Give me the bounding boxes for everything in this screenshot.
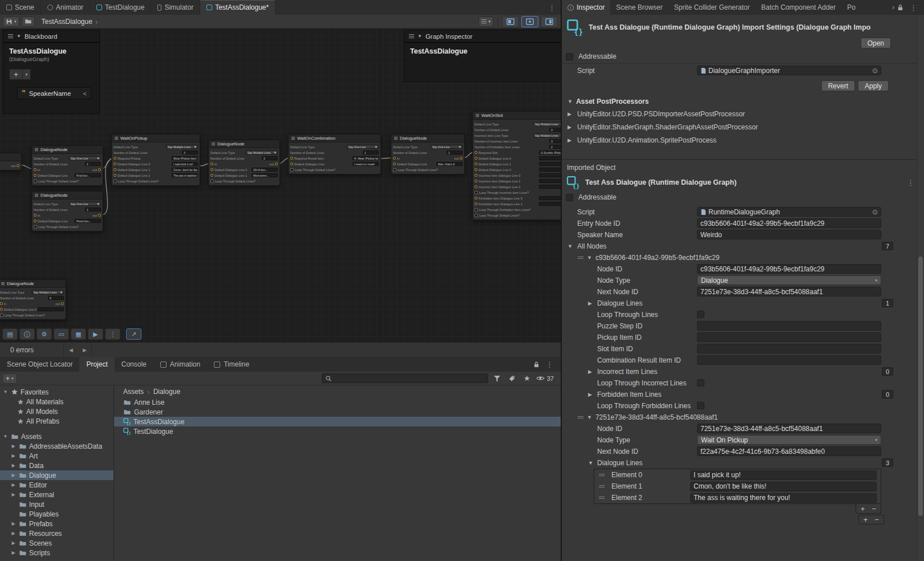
node-number-field[interactable]: 3: [549, 128, 561, 132]
folder-foldout-icon[interactable]: ▶: [10, 453, 17, 458]
folder-foldout-icon[interactable]: ▶: [10, 444, 17, 449]
tree-folder-item[interactable]: ▶ AddressableAssetsData: [0, 441, 114, 451]
play-preview-button[interactable]: ▶: [88, 328, 103, 340]
graph-node-title[interactable]: DialogueNode: [391, 135, 464, 143]
graph-node-row[interactable]: Loop Through Default Lines?: [34, 178, 101, 184]
graph-node-row[interactable]: Number of Incorrect Item Lines 3: [475, 139, 561, 144]
graph-node-row[interactable]: Loop Through Default Lines?: [210, 178, 278, 184]
folder-foldout-icon[interactable]: ▶: [10, 550, 17, 555]
graph-node[interactable]: DialogueNode Default Line Type Say Multi…: [0, 279, 66, 320]
input-port-icon[interactable]: [475, 197, 477, 200]
input-port-icon[interactable]: [475, 185, 477, 188]
output-port-icon[interactable]: [61, 302, 64, 305]
graph-node-row[interactable]: Loop Through Default Lines?: [34, 224, 101, 229]
input-port-icon[interactable]: [210, 174, 213, 177]
node-text-field[interactable]: I need my meat!: [352, 162, 379, 166]
graph-node-title[interactable]: DialogueNode: [32, 192, 103, 200]
node-number-field[interactable]: 2: [549, 145, 561, 149]
asset-list-item[interactable]: Gardener: [114, 407, 561, 417]
folder-foldout-icon[interactable]: ▶: [10, 463, 17, 468]
tree-folder-item[interactable]: ▶ Scripts: [0, 548, 114, 558]
foldout-open-icon[interactable]: ▼: [588, 460, 593, 466]
node-number-field[interactable]: 1: [85, 208, 101, 212]
property-text-field[interactable]: 7251e73e-38d3-44ff-a8c5-bcf54088aaf1: [697, 287, 881, 296]
node-text-field[interactable]: Man, that's it!: [436, 162, 463, 166]
graph-node[interactable]: WaitOnPickup Default Line Type Say Multi…: [111, 134, 200, 186]
tree-folder-item[interactable]: ▶ Data: [0, 461, 114, 470]
tree-folder-item[interactable]: ▶ Scenes: [0, 538, 114, 548]
node-text-field[interactable]: [539, 196, 561, 200]
field-expand-icon[interactable]: <: [83, 90, 87, 97]
property-checkbox[interactable]: [697, 402, 704, 409]
all-nodes-foldout-icon[interactable]: ▼: [568, 243, 573, 249]
property-dropdown[interactable]: Dialogue▾: [697, 275, 881, 285]
tools-button[interactable]: ⚙: [37, 328, 52, 340]
input-port-icon[interactable]: [34, 174, 37, 177]
property-text-field[interactable]: 7251e73e-38d3-44ff-a8c5-bcf54088aaf1: [697, 424, 881, 433]
all-nodes-add-button[interactable]: +: [864, 515, 868, 524]
graph-node-row[interactable]: Number of Default Lines 1: [290, 150, 379, 155]
graph-node-row[interactable]: Default Line Type Say One Line▾: [290, 144, 379, 149]
input-port-icon[interactable]: [475, 180, 477, 182]
previous-error-button[interactable]: ◀: [64, 343, 78, 357]
inspector-tab[interactable]: i Inspector: [562, 0, 610, 15]
search-by-label-icon[interactable]: [506, 373, 518, 384]
graph-node[interactable]: WaitOnSlot Default Line Type Say Multipl…: [472, 111, 561, 220]
assets-foldout-icon[interactable]: ▼: [2, 434, 9, 439]
graph-node-row[interactable]: Default Line Type Say One Line▾: [34, 201, 101, 206]
node-number-field[interactable]: 1: [447, 151, 463, 155]
graph-node-row[interactable]: Number of Default Lines 5: [0, 295, 64, 300]
graph-node[interactable]: DialogueNode Default Line Type Say One L…: [31, 191, 103, 231]
tree-folder-item[interactable]: Input: [0, 499, 114, 509]
inspector-tab[interactable]: Sprite Collider Generator: [668, 0, 756, 15]
input-port-icon[interactable]: [475, 202, 477, 205]
toggle-blackboard-button[interactable]: [502, 16, 519, 27]
node-dropdown[interactable]: Say One Line▾: [69, 202, 101, 206]
postprocessor-item[interactable]: ▶ UnityEditor.ShaderGraph.ShaderGraphAss…: [562, 121, 924, 133]
assets-root[interactable]: ▼ Assets: [0, 432, 114, 441]
foldout-closed-icon[interactable]: ▶: [588, 392, 592, 397]
graph-node-row[interactable]: Default Dialogue Line 0: [475, 156, 561, 161]
hidden-items-indicator[interactable]: 37: [536, 375, 558, 382]
runtime-script-field[interactable]: RuntimeDialogueGraph ⊙: [697, 207, 881, 217]
folder-foldout-icon[interactable]: ▶: [10, 492, 17, 497]
graph-node-row[interactable]: Default Line Type Say One Line▾: [34, 156, 101, 161]
property-text-field[interactable]: [697, 355, 881, 365]
inspector-tab[interactable]: Po: [841, 0, 861, 15]
inspector-scrollbar[interactable]: [917, 15, 924, 561]
input-port-icon[interactable]: [475, 174, 477, 177]
asset-list-item[interactable]: {} TestDialogue: [114, 426, 561, 436]
foldout-closed-icon[interactable]: ▶: [588, 369, 592, 375]
node-checkbox[interactable]: [475, 214, 478, 217]
project-menu-icon[interactable]: ⋮: [541, 360, 558, 369]
element-drag-handle-icon[interactable]: [599, 497, 605, 497]
addressable-checkbox-2[interactable]: [566, 194, 573, 201]
inspector-lock-icon[interactable]: [897, 4, 903, 11]
drag-handle-icon[interactable]: [578, 416, 583, 417]
blackboard-header[interactable]: ▼ Blackboard: [3, 30, 99, 43]
graph-node-row[interactable]: in out: [393, 156, 463, 161]
property-checkbox[interactable]: [697, 311, 704, 318]
list-size-field[interactable]: 1: [882, 299, 893, 307]
graph-inspector-panel[interactable]: ▼ Graph Inspector TestAssDialogue: [404, 30, 561, 82]
favorites-foldout-icon[interactable]: ▼: [2, 389, 9, 395]
input-port-icon[interactable]: [290, 157, 293, 160]
postprocessor-foldout-icon[interactable]: ▶: [568, 111, 572, 117]
toggle-minimap-button[interactable]: [541, 16, 558, 27]
bottom-tab[interactable]: Timeline: [207, 357, 256, 372]
output-port-icon[interactable]: [17, 164, 19, 167]
lock-icon[interactable]: [533, 361, 540, 368]
folder-foldout-icon[interactable]: ▶: [10, 482, 17, 487]
graph-node-row[interactable]: in out: [0, 301, 64, 306]
info-view-button[interactable]: i: [19, 328, 35, 340]
node-number-field[interactable]: 2: [262, 156, 278, 160]
more-options-button[interactable]: ⋮: [105, 328, 120, 340]
object-picker-icon[interactable]: ⊙: [872, 208, 878, 216]
graph-node-row[interactable]: Loop Through Incorrect Item Lines?: [475, 190, 561, 195]
node-checkbox[interactable]: [393, 168, 396, 172]
graph-node-row[interactable]: Loop Through Default Lines?: [114, 178, 198, 184]
blackboard-foldout-icon[interactable]: ▼: [17, 34, 21, 39]
graph-node-row[interactable]: Default Dialogue Line I need my meat!: [290, 161, 379, 166]
list-element-row[interactable]: Element 2 The ass is waiting there for y…: [594, 492, 881, 503]
graph-node-row[interactable]: connections out: [0, 163, 19, 168]
